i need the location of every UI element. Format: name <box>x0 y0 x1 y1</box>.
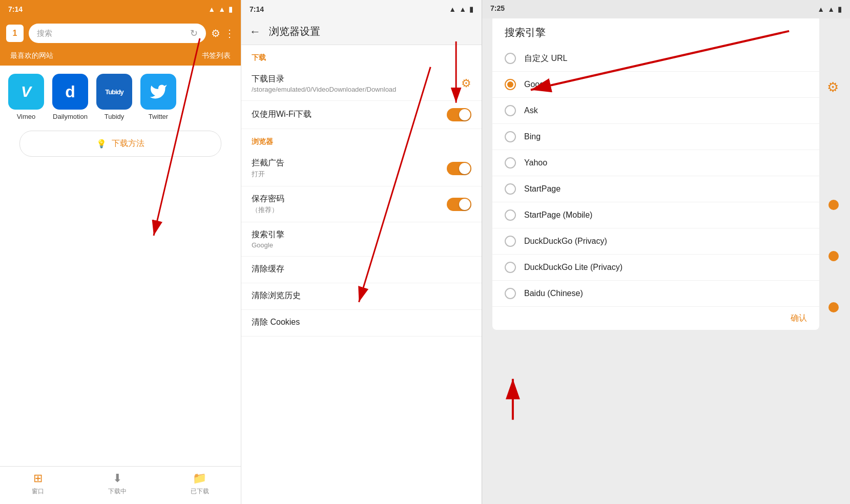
radio-custom-url[interactable]: 自定义 URL <box>492 46 819 72</box>
bulb-icon: 💡 <box>96 139 107 149</box>
settings-clear-cache[interactable]: 清除缓存 <box>241 257 482 283</box>
clear-history-title: 清除浏览历史 <box>252 290 301 301</box>
app-item-twitter[interactable]: Twitter <box>140 74 176 120</box>
settings-header: ← 浏览器设置 <box>241 18 482 45</box>
settings-save-password[interactable]: 保存密码 （推荐） <box>241 186 482 222</box>
app-item-vimeo[interactable]: V Vimeo <box>8 74 44 120</box>
search-engine-title: 搜索引擎 <box>252 229 284 240</box>
signal-icon-2: ▲ <box>449 5 456 13</box>
save-password-sub: （推荐） <box>252 205 284 215</box>
battery-icon: ▮ <box>229 5 233 13</box>
toggle-knob-pwd <box>459 199 470 210</box>
vimeo-icon: V <box>8 74 44 110</box>
app-item-dailymotion[interactable]: d Dailymotion <box>52 74 88 120</box>
settings-clear-history[interactable]: 清除浏览历史 <box>241 283 482 310</box>
section-browser: 浏览器 <box>241 129 482 151</box>
ad-block-toggle[interactable] <box>447 162 471 175</box>
radio-label-google: Google <box>524 80 551 89</box>
radio-circle-baidu <box>505 288 516 299</box>
radio-ask[interactable]: Ask <box>492 98 819 124</box>
toggle-knob-ad <box>459 163 470 174</box>
radio-bing[interactable]: Bing <box>492 124 819 150</box>
windows-icon: ⊞ <box>33 472 43 485</box>
tubidy-label: Tubidy <box>105 113 125 120</box>
radio-circle-bing <box>505 131 516 142</box>
radio-label-ddg-lite: DuckDuckGo Lite (Privacy) <box>524 263 623 272</box>
confirm-button[interactable]: 确认 <box>791 313 807 324</box>
back-button[interactable]: ← <box>250 25 261 38</box>
download-method-button[interactable]: 💡 下载方法 <box>19 131 221 157</box>
radio-startpage[interactable]: StartPage <box>492 176 819 202</box>
home-header: 1 搜索 ↻ ⚙ ⋮ <box>0 18 241 48</box>
search-bar[interactable]: 搜索 ↻ <box>29 24 206 43</box>
app-grid: V Vimeo d Dailymotion Tubidy Tubidy <box>8 74 233 120</box>
app-item-tubidy[interactable]: Tubidy Tubidy <box>96 74 132 120</box>
clear-cache-title: 清除缓存 <box>252 264 284 275</box>
radio-ddg[interactable]: DuckDuckGo (Privacy) <box>492 228 819 255</box>
panel-settings: 7:14 ▲ ▲ ▮ ← 浏览器设置 下载 下载目录 /storage/emul… <box>241 0 482 504</box>
toggle-knob-wifi <box>459 109 470 120</box>
wifi-only-title: 仅使用Wi-Fi下载 <box>252 109 312 120</box>
battery-icon-3: ▮ <box>838 5 842 13</box>
radio-startpage-mobile[interactable]: StartPage (Mobile) <box>492 202 819 228</box>
radio-label-ask: Ask <box>524 106 538 115</box>
signal-icon-3: ▲ <box>817 5 824 13</box>
tab-count[interactable]: 1 <box>6 25 24 42</box>
settings-ad-block[interactable]: 拦截广告 打开 <box>241 151 482 186</box>
radio-label-ddg: DuckDuckGo (Privacy) <box>524 237 607 246</box>
radio-circle-ask <box>505 105 516 116</box>
downloaded-icon: 📁 <box>193 472 206 485</box>
dailymotion-label: Dailymotion <box>53 113 88 120</box>
radio-label-yahoo: Yahoo <box>524 158 547 167</box>
toggle-bg-1 <box>828 200 839 210</box>
radio-circle-yahoo <box>505 157 516 169</box>
save-password-title: 保存密码 <box>252 194 284 204</box>
twitter-icon <box>140 74 176 110</box>
wifi-icon-3: ▲ <box>827 5 835 13</box>
settings-download-dir[interactable]: 下载目录 /storage/emulated/0/VideoDownloader… <box>241 67 482 101</box>
bottom-nav: ⊞ 窗口 ⬇ 下载中 📁 已下载 <box>0 466 241 504</box>
settings-title: 浏览器设置 <box>269 25 320 38</box>
status-time-dialog: 7:25 <box>490 4 505 14</box>
status-bar-dialog: 7:25 ▲ ▲ ▮ <box>482 0 850 18</box>
gear-icon-download: ⚙ <box>461 77 471 90</box>
windows-label: 窗口 <box>32 487 44 496</box>
settings-wifi-only[interactable]: 仅使用Wi-Fi下载 <box>241 101 482 129</box>
nav-favorites[interactable]: 最喜欢的网站 <box>10 51 53 60</box>
battery-icon-2: ▮ <box>469 5 473 13</box>
ad-block-title: 拦截广告 <box>252 158 284 169</box>
wifi-only-toggle[interactable] <box>447 108 471 121</box>
twitter-label: Twitter <box>149 113 168 120</box>
nav-bookmarks[interactable]: 书签列表 <box>202 51 231 60</box>
search-placeholder: 搜索 <box>37 29 52 38</box>
status-bar-home: 7:14 ▲ ▲ ▮ <box>0 0 241 18</box>
section-download: 下载 <box>241 45 482 67</box>
settings-search-engine[interactable]: 搜索引擎 Google <box>241 222 482 257</box>
radio-label-bing: Bing <box>524 132 541 141</box>
search-engine-dialog: 搜索引擎 自定义 URL Google Ask Bing Yahoo <box>492 15 819 330</box>
radio-baidu[interactable]: Baidu (Chinese) <box>492 281 819 307</box>
home-nav-bar: 最喜欢的网站 书签列表 <box>0 48 241 66</box>
more-icon[interactable]: ⋮ <box>224 27 235 39</box>
settings-icon[interactable]: ⚙ <box>211 27 220 39</box>
panel-dialog: 7:25 ▲ ▲ ▮ ⚙ 搜索引擎 自定义 URL Google Ask <box>482 0 850 504</box>
settings-clear-cookies[interactable]: 清除 Cookies <box>241 310 482 337</box>
gear-icon-bg: ⚙ <box>827 79 839 95</box>
bottom-nav-downloaded[interactable]: 📁 已下载 <box>191 472 209 496</box>
radio-label-custom: 自定义 URL <box>524 53 567 64</box>
radio-yahoo[interactable]: Yahoo <box>492 150 819 176</box>
header-icons: ⚙ ⋮ <box>211 27 235 39</box>
dialog-title: 搜索引擎 <box>492 15 819 46</box>
downloaded-label: 已下载 <box>191 487 209 496</box>
bottom-nav-windows[interactable]: ⊞ 窗口 <box>32 472 44 496</box>
bottom-nav-downloading[interactable]: ⬇ 下载中 <box>108 472 127 496</box>
toggle-bg-2 <box>828 251 839 261</box>
refresh-icon[interactable]: ↻ <box>190 28 198 39</box>
clear-cookies-title: 清除 Cookies <box>252 317 300 328</box>
status-time-settings: 7:14 <box>250 5 264 13</box>
radio-ddg-lite[interactable]: DuckDuckGo Lite (Privacy) <box>492 255 819 281</box>
dailymotion-icon: d <box>52 74 88 110</box>
save-password-toggle[interactable] <box>447 198 471 211</box>
radio-google[interactable]: Google <box>492 72 819 98</box>
status-bar-settings: 7:14 ▲ ▲ ▮ <box>241 0 482 18</box>
